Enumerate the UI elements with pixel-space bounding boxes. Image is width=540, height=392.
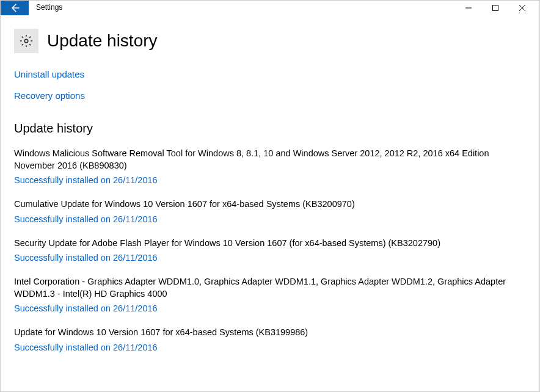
maximize-icon — [492, 4, 499, 12]
page-title: Update history — [47, 31, 158, 51]
update-entry: Update for Windows 10 Version 1607 for x… — [14, 327, 526, 352]
updates-list: Windows Malicious Software Removal Tool … — [14, 148, 526, 352]
update-title: Update for Windows 10 Version 1607 for x… — [14, 327, 515, 339]
update-title: Security Update for Adobe Flash Player f… — [14, 238, 515, 250]
close-button[interactable] — [509, 1, 536, 15]
update-entry: Security Update for Adobe Flash Player f… — [14, 238, 526, 263]
close-icon — [519, 4, 526, 12]
svg-rect-0 — [493, 5, 498, 11]
svg-point-1 — [24, 39, 28, 43]
update-title: Intel Corporation - Graphics Adapter WDD… — [14, 276, 515, 300]
update-status: Successfully installed on 26/11/2016 — [14, 214, 526, 224]
action-links: Uninstall updates Recovery options — [14, 69, 526, 101]
update-status: Successfully installed on 26/11/2016 — [14, 303, 526, 313]
update-entry: Windows Malicious Software Removal Tool … — [14, 148, 526, 185]
recovery-options-link[interactable]: Recovery options — [14, 90, 85, 101]
minimize-button[interactable] — [455, 1, 482, 15]
minimize-icon — [465, 4, 472, 12]
window-title: Settings — [29, 1, 62, 15]
update-status: Successfully installed on 26/11/2016 — [14, 253, 526, 263]
uninstall-updates-link[interactable]: Uninstall updates — [14, 69, 84, 79]
back-button[interactable] — [1, 1, 29, 15]
back-arrow-icon — [9, 2, 20, 13]
gear-icon — [14, 29, 38, 53]
update-entry: Cumulative Update for Windows 10 Version… — [14, 198, 526, 224]
content-area: Update history Uninstall updates Recover… — [1, 15, 539, 352]
page-header: Update history — [14, 15, 526, 69]
update-status: Successfully installed on 26/11/2016 — [14, 343, 526, 352]
maximize-button[interactable] — [482, 1, 509, 15]
section-heading: Update history — [14, 122, 526, 136]
update-status: Successfully installed on 26/11/2016 — [14, 175, 526, 185]
update-entry: Intel Corporation - Graphics Adapter WDD… — [14, 276, 526, 313]
window-controls — [455, 1, 539, 15]
update-title: Windows Malicious Software Removal Tool … — [14, 148, 515, 172]
update-title: Cumulative Update for Windows 10 Version… — [14, 198, 515, 211]
titlebar: Settings — [1, 1, 539, 15]
